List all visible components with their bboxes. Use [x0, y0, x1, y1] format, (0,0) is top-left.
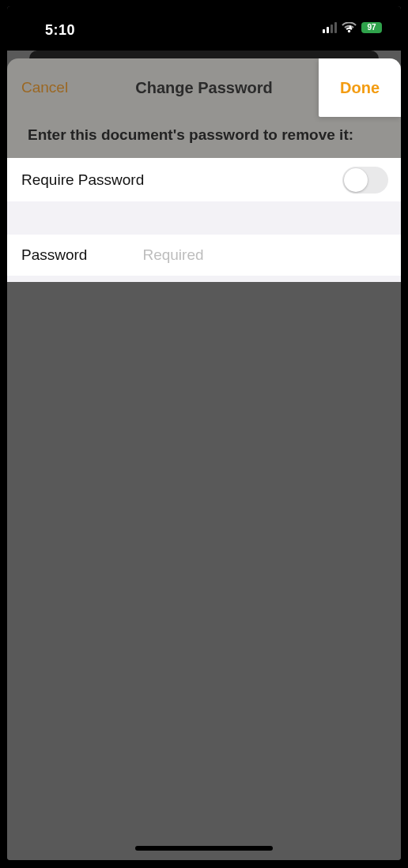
require-password-toggle[interactable] [342, 167, 388, 194]
home-indicator[interactable] [135, 846, 273, 851]
page-title: Change Password [135, 79, 272, 97]
prompt-text: Enter this document's password to remove… [7, 117, 401, 158]
password-input[interactable] [142, 246, 387, 264]
require-password-label: Require Password [21, 171, 144, 189]
section-gap [7, 201, 401, 235]
modal-sheet: Cancel Change Password Done Enter this d… [7, 58, 401, 282]
section-gap-bottom [7, 276, 401, 282]
password-row: Password [7, 235, 401, 276]
sheet-dark-area [7, 286, 401, 860]
done-button[interactable]: Done [319, 58, 401, 117]
status-indicators: 97 [323, 22, 382, 33]
cellular-icon [323, 22, 337, 33]
wifi-icon [342, 22, 357, 33]
cancel-button[interactable]: Cancel [21, 58, 68, 117]
nav-header: Cancel Change Password Done [7, 58, 401, 117]
password-label: Password [21, 246, 87, 264]
require-password-row: Require Password [7, 158, 401, 201]
status-time: 5:10 [45, 22, 75, 39]
status-bar: 5:10 97 [7, 6, 401, 51]
battery-icon: 97 [361, 22, 382, 33]
background-card-peek [29, 51, 379, 58]
toggle-knob-icon [344, 168, 368, 192]
